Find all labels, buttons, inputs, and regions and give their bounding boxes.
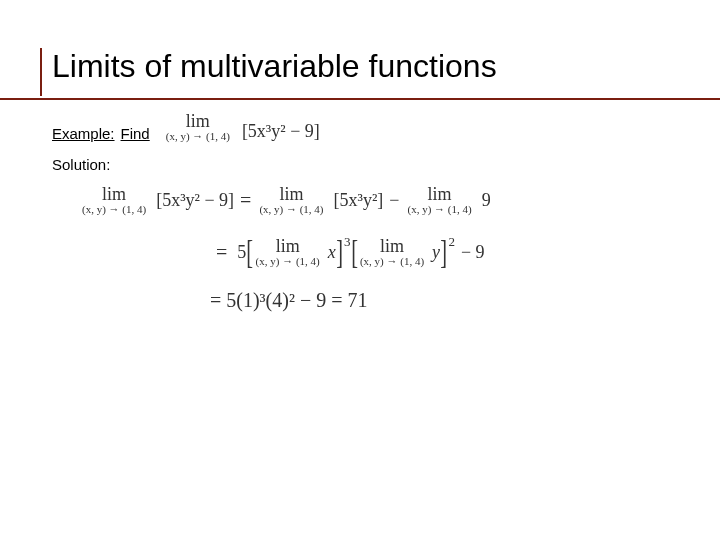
lim-sub: (x, y) → (1, 4) [407,204,471,215]
slide: Limits of multivariable functions Exampl… [0,0,720,540]
inner-x: x [328,242,336,263]
example-math: lim (x, y) → (1, 4) [5x³y² − 9] [164,112,320,142]
example-line: Example: Find lim (x, y) → (1, 4) [5x³y²… [52,112,680,142]
power-y: 2 [448,234,455,250]
step2-tail: − 9 [461,242,485,263]
equals-sign: = [216,241,227,264]
bracket-x: [ lim (x, y) → (1, 4) x ] [246,235,343,269]
lim-word: lim [428,185,452,203]
lim-sub: (x, y) → (1, 4) [166,131,230,142]
lim-word: lim [380,237,404,255]
body: Example: Find lim (x, y) → (1, 4) [5x³y²… [52,112,680,187]
step1-lhs: [5x³y² − 9] [156,190,234,211]
left-bracket-icon: [ [351,235,358,269]
step1-rhs-a: [5x³y²] [334,190,384,211]
solution-row-1: lim (x, y) → (1, 4) [5x³y² − 9] = lim (x… [80,185,680,215]
lim-word: lim [102,185,126,203]
power-x: 3 [344,234,351,250]
title-wrap: Limits of multivariable functions [40,48,690,91]
step2-coef: 5 [237,242,246,263]
solution-label: Solution: [52,156,110,173]
equals-sign: = [240,189,251,212]
left-bracket-icon: [ [247,235,254,269]
page-title: Limits of multivariable functions [40,48,690,91]
lim-word: lim [276,237,300,255]
example-label: Example: [52,125,115,142]
inner-y: y [432,242,440,263]
solution-line: Solution: [52,156,680,173]
lim-word: lim [186,112,210,130]
solution-area: lim (x, y) → (1, 4) [5x³y² − 9] = lim (x… [80,185,680,332]
right-bracket-icon: ] [336,235,343,269]
lim-symbol: lim (x, y) → (1, 4) [82,185,146,215]
right-bracket-icon: ] [440,235,447,269]
lim-symbol: lim (x, y) → (1, 4) [256,237,320,267]
lim-sub: (x, y) → (1, 4) [82,204,146,215]
lim-sub: (x, y) → (1, 4) [360,256,424,267]
lim-symbol: lim (x, y) → (1, 4) [407,185,471,215]
solution-row-2: = 5 [ lim (x, y) → (1, 4) x ] 3 [ lim (x… [80,235,680,269]
solution-row-3: = 5(1)³(4)² − 9 = 71 [80,289,680,312]
lim-symbol: lim (x, y) → (1, 4) [259,185,323,215]
example-word: Find [121,125,150,142]
title-horizontal-rule [0,98,720,100]
bracket-y: [ lim (x, y) → (1, 4) y ] [351,235,448,269]
example-expr: [5x³y² − 9] [242,121,320,142]
lim-symbol: lim (x, y) → (1, 4) [360,237,424,267]
minus-sign: − [389,190,399,211]
step3-text: = 5(1)³(4)² − 9 = 71 [210,289,367,312]
lim-word: lim [279,185,303,203]
lim-symbol: lim (x, y) → (1, 4) [166,112,230,142]
lim-sub: (x, y) → (1, 4) [256,256,320,267]
lim-sub: (x, y) → (1, 4) [259,204,323,215]
step1-rhs-b: 9 [482,190,491,211]
